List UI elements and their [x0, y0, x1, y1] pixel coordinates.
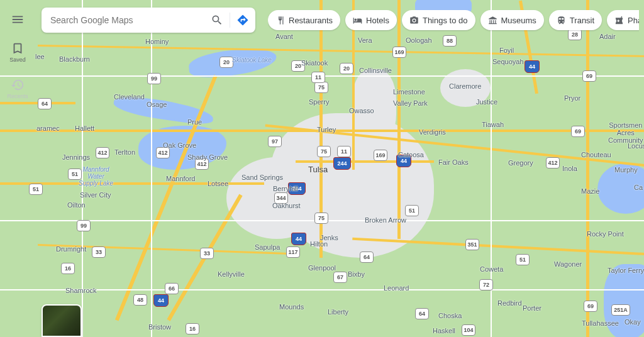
city-label: Vera [358, 36, 372, 44]
city-label: Kellyville [218, 270, 245, 278]
category-chips: Restaurants Hotels Things to do Museums … [268, 8, 639, 33]
city-label: lee [35, 53, 45, 60]
search-box [42, 8, 255, 33]
city-label: Sportsmen Acres Community [608, 121, 643, 144]
shield-us-69: 69 [571, 126, 585, 137]
recents-button[interactable]: Recents [7, 78, 28, 99]
city-label: Jennings [62, 153, 90, 161]
shield-sh-51: 51 [68, 168, 82, 180]
shield-us-69: 69 [584, 301, 597, 312]
city-label: Wagoner [554, 260, 582, 268]
shield-interstate-44: 44 [153, 294, 169, 307]
city-label: Hominy [145, 38, 169, 45]
city-label: Inola [562, 165, 577, 172]
shield-us-412: 412 [195, 158, 209, 170]
shield-us-75: 75 [317, 146, 331, 157]
layers-toggle[interactable] [42, 304, 82, 337]
chip-things-to-do[interactable]: Things to do [402, 10, 475, 30]
shield-interstate-44: 44 [291, 233, 306, 245]
city-label: Tiawah [482, 121, 504, 128]
bookmark-icon [11, 41, 25, 55]
shield-interstate-44: 44 [525, 60, 540, 73]
city-label: Avant [275, 33, 293, 40]
shield-sh-99: 99 [77, 220, 91, 231]
city-label: Mazie [581, 187, 599, 195]
shield-sh-72: 72 [479, 279, 493, 290]
shield-sh-117: 117 [286, 246, 300, 258]
recents-icon [11, 78, 25, 92]
shield-sh-251a: 251A [611, 304, 630, 316]
city-label: Leonard [384, 284, 409, 292]
city-label: Silver City [80, 191, 111, 199]
shield-interstate-244: 244 [333, 157, 351, 170]
shield-interstate-244: 244 [288, 182, 306, 195]
shield-sh-104: 104 [462, 324, 475, 336]
shield-sh-16: 16 [61, 263, 75, 274]
shield-sh-33: 33 [200, 248, 214, 259]
search-icon [211, 14, 223, 26]
directions-button[interactable] [230, 8, 255, 33]
shield-us-64: 64 [38, 98, 52, 109]
chip-museums[interactable]: Museums [480, 10, 544, 30]
shield-sh-344: 344 [274, 192, 288, 204]
shield-sh-351: 351 [465, 239, 479, 250]
shield-sh-99: 99 [147, 73, 161, 84]
saved-button[interactable]: Saved [9, 41, 26, 63]
city-label: Skiatook [301, 59, 328, 67]
shield-us-64: 64 [415, 308, 429, 319]
chip-transit[interactable]: Transit [549, 10, 602, 30]
city-label: Glenpool [308, 264, 336, 272]
hotels-icon [353, 16, 362, 25]
city-label: Sequoyah [492, 58, 524, 65]
city-label: Liberty [328, 308, 348, 316]
shield-sh-88: 88 [443, 35, 457, 47]
city-label: Blackburn [59, 55, 90, 63]
menu-button[interactable] [11, 13, 25, 26]
shield-sh-16: 16 [186, 323, 199, 334]
city-label: Shamrock [65, 287, 97, 294]
chip-hotels[interactable]: Hotels [345, 10, 397, 30]
city-label: Fair Oaks [438, 158, 469, 166]
map-canvas[interactable]: 44 44 44 44 244 244 75 75 75 169 169 412… [0, 0, 644, 337]
shield-us-75: 75 [314, 82, 328, 93]
shield-sh-20: 20 [340, 63, 353, 74]
chip-pharmacies[interactable]: Pharmacies [607, 10, 639, 30]
shield-sh-20: 20 [219, 57, 233, 68]
camera-icon [409, 16, 419, 25]
restaurants-icon [275, 16, 285, 25]
shield-us-412: 412 [156, 147, 170, 158]
shield-us-412: 412 [96, 147, 109, 158]
city-label: Rocky Point [587, 230, 624, 238]
shield-interstate-44: 44 [396, 155, 411, 167]
left-sidebar: Saved Recents [0, 0, 35, 337]
shield-sh-66: 66 [165, 283, 179, 294]
city-label: Adair [599, 33, 616, 40]
city-label: Bixby [348, 270, 365, 278]
saved-label: Saved [9, 57, 26, 63]
search-button[interactable] [204, 8, 230, 33]
transit-icon [557, 16, 566, 25]
shield-us-169: 169 [374, 150, 387, 161]
city-label: Porter [523, 304, 541, 312]
shield-us-75: 75 [314, 213, 328, 224]
city-label: Mounds [279, 303, 304, 311]
shield-us-64: 64 [360, 251, 374, 263]
shield-sh-97: 97 [268, 136, 282, 147]
search-input[interactable] [42, 15, 204, 25]
shield-sh-33: 33 [92, 246, 106, 258]
shield-us-412: 412 [546, 157, 560, 168]
pharmacy-icon [614, 16, 624, 25]
city-label: Haskell [433, 327, 455, 334]
hamburger-icon [11, 13, 25, 26]
city-label: Pryor [564, 94, 580, 102]
shield-us-169: 169 [392, 47, 406, 58]
shield-sh-67: 67 [333, 272, 347, 283]
shield-sh-11: 11 [311, 72, 325, 83]
shield-sh-51: 51 [516, 254, 530, 265]
shield-sh-51: 51 [405, 205, 419, 216]
recents-label: Recents [7, 93, 28, 99]
city-label: Locust [628, 142, 644, 150]
museum-icon [488, 16, 497, 25]
chip-restaurants[interactable]: Restaurants [268, 10, 340, 30]
city-label: Sapulpa [255, 243, 280, 251]
